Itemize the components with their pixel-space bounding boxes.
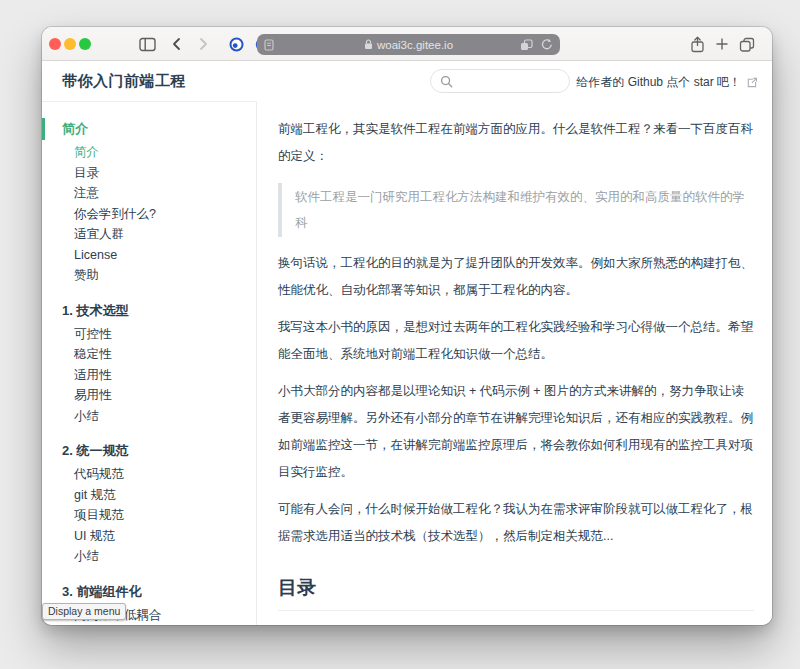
plus-icon — [715, 37, 729, 51]
chevron-right-icon — [195, 36, 211, 52]
doc-paragraph: 小书大部分的内容都是以理论知识 + 代码示例 + 图片的方式来讲解的，努力争取让… — [278, 378, 754, 486]
doc-paragraph: 换句话说，工程化的目的就是为了提升团队的开发效率。例如大家所熟悉的构建打包、性能… — [278, 250, 754, 304]
status-tooltip: Display a menu — [42, 603, 126, 620]
reload-icon[interactable] — [541, 38, 553, 51]
close-window-button[interactable] — [49, 38, 61, 50]
lock-icon — [364, 39, 373, 50]
toggle-sidebar-button[interactable] — [137, 35, 157, 53]
sidebar-link[interactable]: 小结 — [42, 406, 256, 427]
sidebar-section-title[interactable]: 2. 统一规范 — [42, 438, 256, 464]
doc-paragraph: 前端工程化，其实是软件工程在前端方面的应用。什么是软件工程？来看一下百度百科的定… — [278, 116, 754, 170]
sidebar-section-title[interactable]: 1. 技术选型 — [42, 298, 256, 324]
sidebar-link[interactable]: 易用性 — [42, 385, 256, 406]
sidebar-section-title[interactable]: 3. 前端组件化 — [42, 579, 256, 605]
sidebar-link[interactable]: git 规范 — [42, 485, 256, 506]
tab-overview-button[interactable] — [737, 35, 757, 53]
new-tab-button[interactable] — [712, 35, 732, 53]
sidebar-link[interactable]: 简介 — [42, 142, 256, 163]
sidebar-link[interactable]: 注意 — [42, 183, 256, 204]
external-link-icon — [746, 77, 757, 88]
site-header: 带你入门前端工程 给作者的 Github 点个 star 吧！ — [42, 61, 772, 101]
search-box[interactable] — [430, 69, 570, 93]
sidebar-link[interactable]: 稳定性 — [42, 344, 256, 365]
share-icon — [690, 36, 705, 53]
page-content: 前端工程化，其实是软件工程在前端方面的应用。什么是软件工程？来看一下百度百科的定… — [257, 101, 772, 625]
doc-quote: 软件工程是一门研究用工程化方法构建和维护有效的、实用的和高质量的软件的学科 — [278, 183, 754, 237]
page: 带你入门前端工程 给作者的 Github 点个 star 吧！ 简介简介目录注意… — [42, 61, 772, 625]
sidebar-link[interactable]: License — [42, 245, 256, 266]
browser-toolbar: woai3c.gitee.io — [42, 27, 772, 61]
toc-heading: 目录 — [278, 575, 754, 611]
sidebar-link[interactable]: 小结 — [42, 546, 256, 567]
tabs-overview-icon — [739, 36, 755, 52]
forward-button[interactable] — [193, 35, 213, 53]
sidebar-nav: 简介简介目录注意你会学到什么?适宜人群License赞助1. 技术选型可控性稳定… — [42, 101, 257, 625]
sidebar-section: 1. 技术选型可控性稳定性适用性易用性小结 — [42, 298, 256, 427]
toc-list: 技术选型：如何进行技术选型?统一规范：如何制订规范并利用工具保证规范被严格执行?… — [278, 624, 754, 625]
sidebar-link[interactable]: 适用性 — [42, 365, 256, 386]
sidebar-link[interactable]: 可控性 — [42, 324, 256, 345]
sidebar-section: 简介简介目录注意你会学到什么?适宜人群License赞助 — [42, 116, 256, 286]
browser-window: woai3c.gitee.io — [42, 27, 772, 625]
back-button[interactable] — [167, 35, 187, 53]
github-star-link[interactable]: 给作者的 Github 点个 star 吧！ — [576, 74, 757, 91]
chevron-left-icon — [169, 36, 185, 52]
sidebar-link[interactable]: 适宜人群 — [42, 224, 256, 245]
url-bar[interactable]: woai3c.gitee.io — [257, 34, 560, 55]
url-text: woai3c.gitee.io — [377, 39, 453, 51]
site-body: 简介简介目录注意你会学到什么?适宜人群License赞助1. 技术选型可控性稳定… — [42, 101, 772, 625]
sidebar-section-title[interactable]: 简介 — [42, 116, 256, 142]
sidebar-link[interactable]: UI 规范 — [42, 526, 256, 547]
doc-paragraph: 我写这本小书的原因，是想对过去两年的工程化实践经验和学习心得做一个总结。希望能全… — [278, 314, 754, 368]
sidebar-link[interactable]: 代码规范 — [42, 464, 256, 485]
sidebar-link[interactable]: 目录 — [42, 163, 256, 184]
zoom-window-button[interactable] — [79, 38, 91, 50]
sidebar-link[interactable]: 赞助 — [42, 265, 256, 286]
site-title: 带你入门前端工程 — [62, 72, 186, 91]
github-star-link-label: 给作者的 Github 点个 star 吧！ — [576, 74, 741, 91]
toc-item: 技术选型：如何进行技术选型? — [300, 624, 754, 625]
sidebar-toggle-icon — [139, 37, 156, 52]
sidebar-link[interactable]: 你会学到什么? — [42, 204, 256, 225]
extension-icon-circle — [229, 37, 244, 52]
translate-icon[interactable] — [520, 39, 533, 51]
search-input[interactable] — [459, 74, 560, 88]
search-icon — [440, 75, 453, 88]
doc-paragraph: 可能有人会问，什么时候开始做工程化？我认为在需求评审阶段就可以做工程化了，根据需… — [278, 496, 754, 550]
minimize-window-button[interactable] — [64, 38, 76, 50]
doc-blocks: 前端工程化，其实是软件工程在前端方面的应用。什么是软件工程？来看一下百度百科的定… — [278, 116, 754, 550]
sidebar-link[interactable]: 项目规范 — [42, 505, 256, 526]
share-button[interactable] — [687, 35, 707, 53]
extension-button-1[interactable] — [226, 35, 246, 53]
sidebar-section: 2. 统一规范代码规范git 规范项目规范UI 规范小结 — [42, 438, 256, 567]
